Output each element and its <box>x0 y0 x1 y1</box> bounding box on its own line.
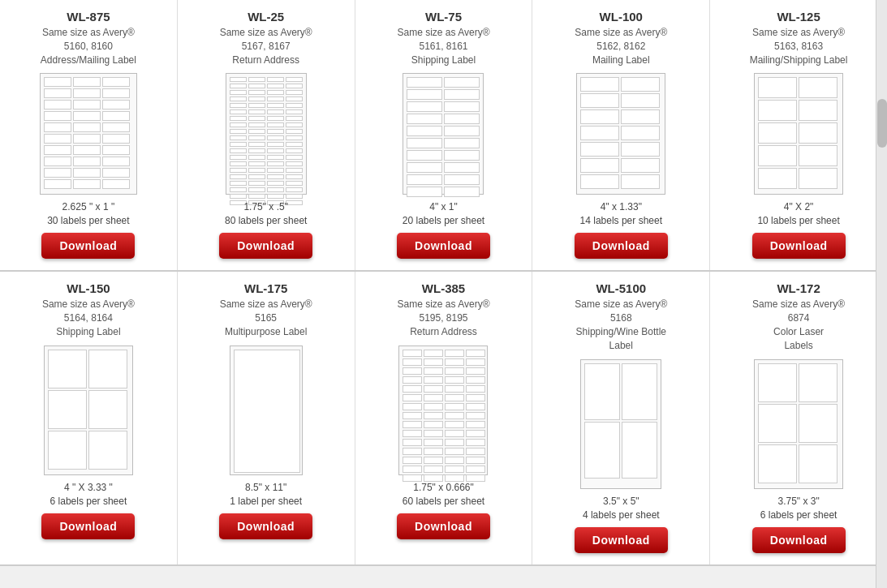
label-cell <box>403 421 422 428</box>
label-cell <box>230 109 247 114</box>
label-cell <box>799 444 837 483</box>
label-cell <box>102 168 130 178</box>
card-desc: Same size as Avery®5160, 8160Address/Mai… <box>41 26 136 67</box>
card-size: 3.5" x 5" <box>603 496 639 507</box>
label-cell <box>44 134 71 144</box>
label-cell <box>584 363 620 420</box>
label-cell <box>445 367 464 375</box>
download-button-wl-175[interactable]: Download <box>219 513 312 539</box>
label-cell <box>286 168 303 173</box>
label-cell <box>424 376 443 384</box>
download-button-wl-100[interactable]: Download <box>575 233 668 259</box>
card-title: WL-5100 <box>596 281 646 295</box>
label-cell <box>445 394 464 401</box>
label-cell <box>424 358 443 366</box>
label-preview <box>580 359 661 489</box>
label-cell <box>445 439 464 446</box>
label-cell <box>102 179 130 189</box>
label-cell <box>758 363 797 402</box>
label-cell <box>445 350 464 357</box>
label-cell <box>758 404 797 443</box>
label-cell <box>44 111 71 121</box>
download-button-wl-25[interactable]: Download <box>219 233 312 259</box>
label-cell <box>248 142 265 147</box>
label-cell <box>286 129 303 134</box>
label-cell <box>230 116 247 121</box>
card-title: WL-172 <box>777 281 820 295</box>
label-cell <box>407 89 442 100</box>
label-cell <box>286 174 303 179</box>
label-cell <box>444 150 480 161</box>
label-cell <box>230 155 247 160</box>
label-cell <box>102 100 130 109</box>
label-cell <box>424 466 443 473</box>
label-cell <box>403 350 422 357</box>
label-cell <box>445 430 464 437</box>
download-button-wl-385[interactable]: Download <box>397 513 490 539</box>
card-desc: Same size as Avery®6874Color LaserLabels <box>752 298 845 352</box>
label-cell <box>403 457 422 464</box>
label-cell <box>445 412 464 419</box>
download-button-wl-875[interactable]: Download <box>41 233 135 259</box>
card-wl-5100: WL-5100Same size as Avery®5168Shipping/W… <box>532 272 710 564</box>
label-cell <box>48 431 87 470</box>
label-cell <box>248 187 265 192</box>
label-cell <box>403 448 422 455</box>
label-cell <box>444 101 480 112</box>
label-cell <box>403 403 422 410</box>
label-cell <box>466 376 485 384</box>
card-size: 1.75" x 0.666" <box>413 482 474 493</box>
label-cell <box>102 88 130 98</box>
label-cell <box>445 421 464 428</box>
label-cell <box>424 394 443 401</box>
download-button-wl-5100[interactable]: Download <box>575 527 668 553</box>
label-cell <box>466 448 485 455</box>
label-cell <box>286 84 303 88</box>
download-button-wl-150[interactable]: Download <box>41 513 135 539</box>
label-cell <box>230 97 247 101</box>
label-cell <box>88 350 127 388</box>
label-cell <box>230 161 247 166</box>
label-cell <box>102 145 130 155</box>
label-cell <box>234 350 300 473</box>
label-cell <box>248 148 265 153</box>
download-button-wl-125[interactable]: Download <box>752 233 846 259</box>
scrollbar[interactable] <box>876 0 887 566</box>
label-cell <box>248 181 265 186</box>
label-cell <box>286 103 303 108</box>
card-desc: Same size as Avery®5165Multipurpose Labe… <box>220 298 312 338</box>
label-cell <box>248 161 265 166</box>
label-cell <box>248 84 265 88</box>
label-cell <box>621 158 660 173</box>
label-cell <box>267 181 284 186</box>
label-cell <box>621 109 660 124</box>
label-cell <box>102 134 130 144</box>
download-button-wl-75[interactable]: Download <box>397 233 490 259</box>
card-title: WL-175 <box>244 281 287 295</box>
card-title: WL-25 <box>248 10 284 24</box>
card-wl-175: WL-175Same size as Avery®5165Multipurpos… <box>178 272 355 564</box>
card-wl-25: WL-25Same size as Avery®5167, 8167Return… <box>178 0 355 270</box>
label-cell <box>466 412 485 419</box>
scrollbar-thumb[interactable] <box>877 99 887 148</box>
card-desc: Same size as Avery®5168Shipping/Wine Bot… <box>575 298 667 352</box>
label-cell <box>44 122 71 132</box>
label-grid: WL-875Same size as Avery®5160, 8160Addre… <box>0 0 887 566</box>
label-cell <box>622 363 657 420</box>
label-cell <box>286 97 303 101</box>
label-cell <box>621 174 660 189</box>
label-cell <box>248 129 265 134</box>
card-size: 4" X 2" <box>784 201 814 212</box>
label-cell <box>621 93 660 108</box>
card-count: 20 labels per sheet <box>403 215 484 226</box>
label-cell <box>445 403 464 410</box>
card-count: 4 labels per sheet <box>583 509 660 521</box>
download-button-wl-172[interactable]: Download <box>752 527 846 553</box>
card-size: 1.75" x .5" <box>243 201 288 212</box>
label-cell <box>466 439 485 446</box>
label-cell <box>44 157 71 166</box>
card-size: 3.75" x 3" <box>777 496 819 507</box>
label-cell <box>267 187 284 192</box>
label-cell <box>445 376 464 384</box>
label-cell <box>44 100 71 109</box>
